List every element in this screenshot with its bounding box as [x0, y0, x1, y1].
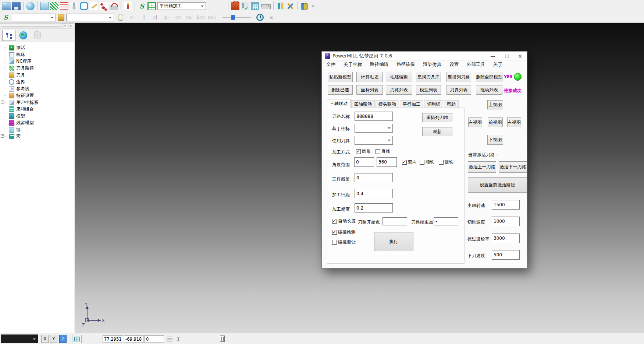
tree-item-machine[interactable]: 机床: [0, 51, 25, 58]
shaded-view-icon[interactable]: [26, 2, 35, 10]
menu-about[interactable]: 关于: [493, 62, 502, 68]
drive-list-button[interactable]: 驱动列表: [476, 85, 502, 95]
tree-item-activate[interactable]: 激活: [0, 44, 25, 51]
block-icon[interactable]: [40, 2, 49, 10]
start-point-input[interactable]: [383, 217, 407, 225]
workplane-combobox[interactable]: [1, 334, 38, 343]
measure-compass-icon[interactable]: [176, 336, 181, 342]
maximize-button[interactable]: [501, 52, 512, 60]
coord-list-button[interactable]: 坐标列表: [356, 85, 383, 95]
rearrange-toolpaths-button[interactable]: 重排列刀路: [446, 72, 471, 82]
stock-remain-input[interactable]: [355, 173, 393, 182]
collision-check-checkbox[interactable]: 碰撞检测: [332, 229, 356, 235]
use-tool-combobox[interactable]: [355, 136, 393, 145]
view-bottom-button[interactable]: 下视图: [487, 135, 503, 145]
tree-item-nc-programs[interactable]: NC程序: [0, 58, 31, 64]
auto-length-checkbox[interactable]: 自动长度: [332, 218, 356, 224]
tolerance-input[interactable]: [355, 203, 393, 213]
rewind-icon[interactable]: ◁◁: [173, 13, 182, 22]
tab-3axis[interactable]: 三轴联动: [327, 99, 351, 108]
lightbulb-icon[interactable]: [118, 14, 123, 21]
execute-button[interactable]: 执行: [374, 232, 413, 251]
slider-handle[interactable]: [231, 15, 235, 20]
tab-tilt-head[interactable]: 摆头联动: [376, 100, 399, 108]
refresh-button[interactable]: 刷新: [422, 127, 452, 136]
toolpath-name-input[interactable]: [355, 112, 393, 121]
skim-feed-input[interactable]: [492, 234, 520, 243]
activate-next-button[interactable]: 激活下一刀路: [499, 161, 527, 173]
view-top-button[interactable]: 上视图: [487, 100, 503, 109]
pattern-create-icon[interactable]: [90, 2, 98, 10]
ruler-icon[interactable]: [261, 4, 271, 9]
angle-start-input[interactable]: [354, 157, 374, 167]
minimize-button[interactable]: —: [487, 52, 498, 60]
toolpath-create-icon[interactable]: [50, 2, 58, 10]
calc-stock-button[interactable]: 计算毛坯: [356, 72, 383, 82]
menu-path-edit[interactable]: 路径编辑: [370, 62, 388, 68]
collision-avoid-checkbox[interactable]: 碰撞避让: [332, 239, 356, 245]
activate-prev-button[interactable]: 激活上一刀路: [468, 161, 496, 173]
rearrange-button[interactable]: 重排列刀路: [422, 113, 452, 122]
bidirectional-checkbox[interactable]: 双向: [402, 159, 417, 165]
step-back-icon[interactable]: ◁|: [150, 13, 160, 22]
set-active-path-button[interactable]: 设置当前激活路径: [468, 177, 527, 193]
line-checkbox[interactable]: 直线: [376, 148, 390, 155]
view-front-button[interactable]: 前视图: [488, 117, 503, 127]
menu-path-mirror[interactable]: 路径镜像: [396, 62, 415, 68]
sim-speed-clock-icon[interactable]: [256, 14, 264, 21]
view-left-button[interactable]: 左视图: [468, 117, 482, 127]
open-project-icon[interactable]: [2, 2, 11, 10]
boundary-create-icon[interactable]: [80, 2, 88, 10]
menu-external-tools[interactable]: 外部工具: [467, 62, 485, 68]
stepover-input[interactable]: [355, 189, 393, 198]
menu-render-sim[interactable]: 渲染仿真: [423, 62, 441, 68]
tab-4axis[interactable]: 四轴联动: [351, 100, 375, 108]
tool-library-button[interactable]: 星河刀具库: [416, 72, 441, 82]
coord-base-combobox[interactable]: [355, 124, 393, 133]
tool-verify-icon[interactable]: [241, 2, 249, 10]
tree-item-tools[interactable]: 刀具: [0, 72, 25, 78]
conventional-mill-checkbox[interactable]: 逆铣: [439, 159, 453, 165]
explorer-web-tab[interactable]: [17, 30, 30, 41]
transform-icon[interactable]: [286, 2, 295, 10]
panel-grip[interactable]: ▫ ×: [0, 24, 74, 29]
powermill-logo-icon[interactable]: [138, 2, 146, 10]
nc-program-icon[interactable]: [60, 2, 68, 10]
tool-holder-icon[interactable]: [124, 2, 132, 10]
tree-item-levels[interactable]: 层和组合: [0, 106, 34, 112]
tree-item-workplanes[interactable]: 用户坐标系: [0, 99, 38, 106]
tree-item-groups[interactable]: 组: [0, 126, 21, 133]
tree-item-boundaries[interactable]: 边界: [0, 78, 25, 85]
axis-x-button[interactable]: X: [41, 335, 49, 343]
tree-item-macros[interactable]: 宏: [0, 133, 21, 140]
toolpath-list-button[interactable]: 刀路列表: [386, 85, 412, 95]
tool-list-button[interactable]: 刀具列表: [446, 85, 471, 95]
angle-end-input[interactable]: [377, 157, 397, 167]
strategy-list-icon[interactable]: [147, 2, 156, 10]
sim-toolpath-combobox[interactable]: [12, 14, 56, 21]
axis-y-button[interactable]: Y: [50, 335, 57, 343]
coord-y-input[interactable]: [124, 335, 143, 343]
points-create-icon[interactable]: [100, 2, 108, 10]
sim-toolbar-close-icon[interactable]: ×: [268, 15, 274, 20]
go-end-icon[interactable]: ▷▷|: [207, 13, 217, 22]
close-button[interactable]: ×: [515, 52, 526, 60]
menu-file[interactable]: 文件: [326, 62, 335, 68]
tree-item-patterns[interactable]: 参考线: [0, 85, 29, 92]
pause-icon[interactable]: ||: [139, 13, 148, 22]
coord-x-input[interactable]: [103, 335, 123, 343]
stock-cylinders-icon[interactable]: [300, 2, 309, 10]
list-options-icon[interactable]: [167, 337, 172, 341]
tab-help[interactable]: 帮助: [444, 100, 459, 108]
tree-item-stock-models[interactable]: 残留模型: [0, 119, 34, 126]
delete-all-models-button[interactable]: 删除全部模型: [476, 72, 502, 82]
tab-saw[interactable]: 切割锯: [424, 100, 443, 108]
save-project-icon[interactable]: [12, 2, 21, 10]
go-start-icon[interactable]: |◁◁: [196, 13, 205, 22]
explorer-tree-tab[interactable]: [2, 30, 15, 41]
probe-pair-icon[interactable]: [276, 2, 285, 10]
expand-icon[interactable]: [1, 134, 4, 138]
strategy-combobox[interactable]: 平行精加工: [157, 2, 206, 10]
expand-icon[interactable]: [1, 101, 4, 104]
close-panel-icon[interactable]: ×: [68, 24, 73, 28]
